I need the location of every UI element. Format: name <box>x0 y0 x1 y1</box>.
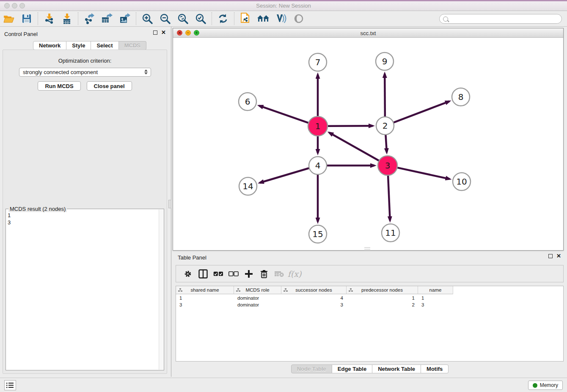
show-columns-icon[interactable] <box>198 268 209 279</box>
import-table-icon[interactable] <box>61 12 73 25</box>
node-label-4: 4 <box>315 160 321 171</box>
app-title: Session: New Session <box>0 3 567 9</box>
mcds-result-title: MCDS result (2 nodes) <box>8 206 67 212</box>
node-10[interactable]: 10 <box>453 173 471 190</box>
edge-1-6[interactable] <box>259 106 308 123</box>
node-14[interactable]: 14 <box>239 177 257 195</box>
node-2[interactable]: 2 <box>376 117 394 135</box>
table-row[interactable]: 3dominator323 <box>176 302 453 309</box>
export-table-icon[interactable] <box>101 12 113 25</box>
list-icon <box>6 382 14 388</box>
cell[interactable]: 3 <box>176 302 234 309</box>
edge-3-1[interactable] <box>329 133 379 160</box>
refresh-icon[interactable] <box>217 12 229 25</box>
column-header-predecessor-nodes[interactable]: predecessor nodes <box>347 286 418 294</box>
select-all-icon[interactable] <box>213 268 224 279</box>
toolbar-separator <box>234 12 234 25</box>
tab-edge-table[interactable]: Edge Table <box>332 364 372 373</box>
table-settings-gear-icon[interactable] <box>182 268 193 279</box>
node-8[interactable]: 8 <box>452 88 470 106</box>
tab-select[interactable]: Select <box>91 41 118 50</box>
column-header-shared-name[interactable]: shared name <box>176 286 234 294</box>
column-header-name[interactable]: name <box>418 286 453 294</box>
memory-button[interactable]: Memory <box>528 381 563 390</box>
close-table-panel-icon[interactable]: ✕ <box>556 254 561 258</box>
table-row[interactable]: 1dominator411 <box>176 295 453 302</box>
edge-2-8[interactable] <box>394 101 449 122</box>
close-panel-icon[interactable]: ✕ <box>161 30 166 35</box>
zoom-selected-icon[interactable] <box>194 12 207 25</box>
cell[interactable]: dominator <box>234 302 281 309</box>
float-panel-icon[interactable] <box>153 30 157 35</box>
node-15[interactable]: 15 <box>309 225 327 243</box>
function-builder-icon[interactable]: f(x) <box>289 268 300 279</box>
chevron-up-down-icon <box>144 69 148 75</box>
network-document-icon[interactable] <box>239 12 252 25</box>
cell[interactable]: 1 <box>176 295 234 302</box>
splitter-handle[interactable] <box>168 200 171 208</box>
zoom-out-icon[interactable] <box>159 12 171 25</box>
add-column-icon[interactable] <box>243 268 254 279</box>
edge-2-3[interactable] <box>385 135 387 152</box>
run-mcds-button[interactable]: Run MCDS <box>38 81 80 91</box>
search-field[interactable] <box>448 16 561 22</box>
window-resize-handle[interactable] <box>364 247 370 249</box>
zoom-in-icon[interactable] <box>141 12 154 25</box>
delete-column-trash-icon[interactable] <box>259 268 270 279</box>
column-header-successor-nodes[interactable]: successor nodes <box>281 286 347 294</box>
tab-network-table[interactable]: Network Table <box>372 364 421 373</box>
vizmapper-icon[interactable] <box>275 12 287 25</box>
edge-2-9[interactable] <box>385 74 385 117</box>
tab-node-table[interactable]: Node Table <box>291 364 332 373</box>
node-7[interactable]: 7 <box>309 53 327 71</box>
tab-network[interactable]: Network <box>33 41 66 50</box>
cell[interactable]: 3 <box>281 302 347 309</box>
node-3[interactable]: 3 <box>378 156 397 175</box>
network-window-titlebar[interactable]: ✕ − + scc.txt <box>173 28 563 38</box>
node-label-7: 7 <box>315 57 321 67</box>
delete-table-icon[interactable] <box>274 268 285 279</box>
tab-style[interactable]: Style <box>66 41 91 50</box>
node-6[interactable]: 6 <box>239 93 256 110</box>
cell[interactable]: 3 <box>418 302 453 309</box>
export-network-icon[interactable] <box>83 12 96 25</box>
node-label-9: 9 <box>382 56 388 66</box>
task-history-button[interactable] <box>4 380 16 390</box>
export-image-icon[interactable] <box>118 12 131 25</box>
network-window: ✕ − + scc.txt 7968124314101511 <box>173 28 564 251</box>
edge-1-2[interactable] <box>328 126 373 126</box>
node-1[interactable]: 1 <box>308 116 328 136</box>
node-9[interactable]: 9 <box>376 52 394 70</box>
zoom-fit-icon[interactable] <box>176 12 189 25</box>
node-11[interactable]: 11 <box>382 224 399 242</box>
edge-4-14[interactable] <box>260 168 309 183</box>
eye-icon[interactable] <box>292 12 305 25</box>
cell[interactable]: 1 <box>418 295 453 302</box>
node-table[interactable]: shared nameMCDS rolesuccessor nodesprede… <box>176 286 564 362</box>
tab-motifs[interactable]: Motifs <box>421 364 449 373</box>
control-panel-tabs: NetworkStyleSelectMCDS <box>33 41 146 50</box>
network-canvas[interactable]: 7968124314101511 <box>173 38 564 251</box>
home-icon[interactable] <box>257 12 270 25</box>
open-folder-icon[interactable] <box>3 12 15 25</box>
deselect-all-icon[interactable] <box>228 268 239 279</box>
node-label-14: 14 <box>242 181 253 191</box>
cell[interactable]: 4 <box>281 295 347 302</box>
column-header-MCDS-role[interactable]: MCDS role <box>234 286 281 294</box>
cell[interactable]: 2 <box>347 302 418 309</box>
import-network-icon[interactable] <box>43 12 55 25</box>
cell[interactable]: dominator <box>234 295 281 302</box>
column-type-icon <box>236 288 240 292</box>
tab-mcds[interactable]: MCDS <box>119 41 146 50</box>
optimization-criterion-select[interactable]: strongly connected component <box>19 68 151 77</box>
search-input[interactable] <box>439 14 562 24</box>
edge-3-11[interactable] <box>388 175 390 221</box>
column-type-icon <box>349 288 353 292</box>
result-scrollbar[interactable] <box>159 210 163 370</box>
save-icon[interactable] <box>20 12 33 25</box>
cell[interactable]: 1 <box>347 295 418 302</box>
float-table-panel-icon[interactable] <box>548 254 553 258</box>
close-panel-button[interactable]: Close panel <box>87 81 132 91</box>
edge-3-10[interactable] <box>397 168 449 179</box>
node-4[interactable]: 4 <box>309 157 327 174</box>
